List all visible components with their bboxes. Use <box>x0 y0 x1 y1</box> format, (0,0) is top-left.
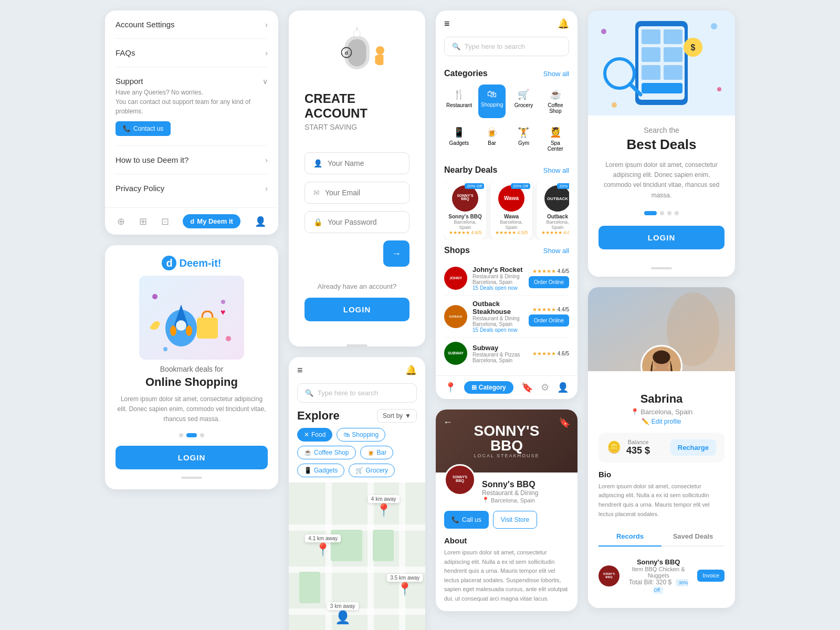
deal-name-wawa: Wawa <box>495 214 528 219</box>
name-input[interactable] <box>328 159 401 167</box>
nav-profile[interactable]: 👤 <box>557 382 569 393</box>
sd-dot-3[interactable] <box>667 211 671 215</box>
nav-settings[interactable]: ⚙ <box>541 382 549 393</box>
nav-bookmark[interactable]: 🔖 <box>521 382 533 393</box>
contact-us-button[interactable]: 📞 Contact us <box>116 121 171 136</box>
map-pin-4[interactable]: 3 km away 👤 <box>327 602 359 625</box>
shop-item-3[interactable]: SUBWAY Subway Restaurant & Pizzas Barcel… <box>444 338 569 369</box>
cat-spa[interactable]: 💆 Spa Center <box>542 122 569 156</box>
shops-show-all[interactable]: Show all <box>543 247 569 255</box>
settings-item-account[interactable]: Account Settings › <box>116 10 268 39</box>
email-input[interactable] <box>325 188 401 197</box>
restaurant-bookmark-icon[interactable]: 🔖 <box>559 417 570 428</box>
name-input-wrap[interactable]: 👤 <box>304 152 410 174</box>
location-pin-icon: 📍 <box>315 542 331 557</box>
sd-dot-2[interactable] <box>660 211 664 215</box>
visit-store-button[interactable]: Visit Store <box>493 511 537 529</box>
map-pin-3[interactable]: 3.5 km away 📍 <box>387 574 423 596</box>
lock-icon: 🔒 <box>313 218 322 226</box>
cat-coffee[interactable]: ☕ Coffee Shop <box>542 85 569 118</box>
filter-bar[interactable]: 🍺 Bar <box>360 446 394 459</box>
dot-1[interactable] <box>179 433 183 437</box>
recharge-button[interactable]: Recharge <box>670 439 716 456</box>
order-button-2[interactable]: Order Online <box>529 314 569 327</box>
sd-login-button[interactable]: LOGIN <box>598 226 724 249</box>
restaurant-type: Restaurant & Dining <box>482 489 569 497</box>
saved-deal-item-1[interactable]: SONNY'S BBQ Sonny's BBQ Item BBQ Chicken… <box>598 554 724 597</box>
notification-icon[interactable]: 🔔 <box>558 18 569 29</box>
svg-text:♥: ♥ <box>220 308 226 317</box>
deem-illustration: ♥ <box>139 276 244 360</box>
nearby-show-all[interactable]: Show all <box>543 166 569 174</box>
map-area[interactable]: 4 km away 📍 4.1 km away 📍 3.5 km away 📍 … <box>289 482 425 630</box>
email-input-wrap[interactable]: ✉ <box>304 182 410 204</box>
my-deem-it-button[interactable]: d My Deem it <box>183 214 240 228</box>
map-pin-2[interactable]: 4.1 km away 📍 <box>305 534 341 557</box>
deal-wawa[interactable]: 20% Off Wawa Wawa Barcelona, Spain ★★★★★… <box>490 181 532 239</box>
sd-dot-4[interactable] <box>675 211 679 215</box>
filter-shopping[interactable]: 🛍 Shopping <box>337 428 385 442</box>
settings-item-faqs[interactable]: FAQs › <box>116 39 268 67</box>
shop-location-1: Barcelona, Spain <box>472 279 523 285</box>
explore-search-bar[interactable]: 🔍 Type here to search <box>297 383 417 403</box>
profile-icon[interactable]: 👤 <box>255 216 266 227</box>
filter-gadgets[interactable]: 📱 Gadgets <box>297 464 344 477</box>
restaurant-logo-wrap: SONNY'S BBQ <box>444 464 476 496</box>
phone-icon: 📞 <box>123 125 131 132</box>
cat-grocery[interactable]: 🛒 Grocery <box>510 85 537 118</box>
notification-bell-icon[interactable]: 🔔 <box>405 364 417 376</box>
restaurant-details: Sonny's BBQ Restaurant & Dining 📍 Barcel… <box>482 480 569 503</box>
globe-icon[interactable]: ⊕ <box>117 216 125 227</box>
filter-food[interactable]: ✕ Food <box>297 428 332 442</box>
cat-shopping[interactable]: 🛍 Shopping <box>478 85 506 118</box>
call-us-button[interactable]: 📞 Call us <box>444 511 489 529</box>
hamburger-menu-icon[interactable]: ≡ <box>297 365 303 376</box>
settings-item-how-to-use[interactable]: How to use Deem it? › <box>116 146 268 174</box>
dot-3[interactable] <box>200 433 204 437</box>
cat-gym[interactable]: 🏋 Gym <box>510 122 537 156</box>
order-button-1[interactable]: Order Online <box>529 276 569 288</box>
map-pin-1[interactable]: 4 km away 📍 <box>368 495 400 518</box>
shop-item-1[interactable]: JOHNY Johny's Rocket Restaurant & Dining… <box>444 261 569 296</box>
dot-2-active[interactable] <box>186 433 197 437</box>
cat-gadgets[interactable]: 📱 Gadgets <box>444 122 474 156</box>
tab-records[interactable]: Records <box>598 527 662 547</box>
menu-icon[interactable]: ≡ <box>444 18 450 29</box>
deem-login-button[interactable]: LOGIN <box>116 446 268 469</box>
submit-arrow-button[interactable]: → <box>383 240 410 267</box>
settings-item-privacy[interactable]: Privacy Policy › <box>116 174 268 202</box>
create-account-login-button[interactable]: LOGIN <box>304 298 410 321</box>
settings-item-support[interactable]: Support ∨ Have any Queries? No worries. … <box>116 67 268 146</box>
filter-coffee-shop[interactable]: ☕ Coffee Shop <box>297 446 356 459</box>
map-pin-label-4: 3 km away <box>327 602 359 610</box>
sd-dot-1[interactable] <box>644 211 657 215</box>
bookmark-icon[interactable]: ⊡ <box>161 216 169 227</box>
deal-outback[interactable]: 20% Off OUTBACK Outback Barcelona, Spain… <box>537 181 569 239</box>
categories-show-all[interactable]: Show all <box>543 70 569 78</box>
cat-restaurant[interactable]: 🍴 Restaurant <box>444 85 474 118</box>
app-header: ≡ 🔔 <box>436 10 578 37</box>
tab-saved-deals[interactable]: Saved Deals <box>662 527 724 545</box>
edit-icon: ✏️ <box>642 418 649 425</box>
search-placeholder: Type here to search <box>465 43 525 50</box>
nav-category-active[interactable]: ⊞ Category <box>464 381 513 394</box>
password-input[interactable] <box>328 218 401 226</box>
cat-bar[interactable]: 🍺 Bar <box>478 122 506 156</box>
shop-item-2[interactable]: OUTBACK Outback Steakhouse Restaurant & … <box>444 296 569 338</box>
back-button[interactable]: ← <box>443 417 453 428</box>
sort-button[interactable]: Sort by ▼ <box>377 409 417 423</box>
password-input-wrap[interactable]: 🔒 <box>304 211 410 233</box>
nav-location[interactable]: 📍 <box>445 382 456 393</box>
grid-icon[interactable]: ⊞ <box>139 216 147 227</box>
edit-profile-link[interactable]: ✏️ Edit profile <box>598 418 724 425</box>
svg-text:BBQ: BBQ <box>456 478 464 483</box>
main-search-bar[interactable]: 🔍 Type here to search <box>444 37 569 56</box>
already-account-text: Already have an account? <box>304 282 410 290</box>
saved-deal-price-1: Total Bill: 320 $ 30% Off <box>625 579 692 593</box>
category-grid: 🍴 Restaurant 🛍 Shopping 🛒 Grocery ☕ Coff… <box>444 85 569 156</box>
categories-header: Categories Show all <box>444 69 569 78</box>
invoice-button-1[interactable]: Invoice <box>697 570 724 582</box>
deal-sonnys[interactable]: 20% Off SONNY'S BBQ Sonny's BBQ Barcelon… <box>444 181 486 239</box>
settings-icon: ⚙ <box>541 382 549 393</box>
filter-grocery[interactable]: 🛒 Grocery <box>349 464 395 477</box>
